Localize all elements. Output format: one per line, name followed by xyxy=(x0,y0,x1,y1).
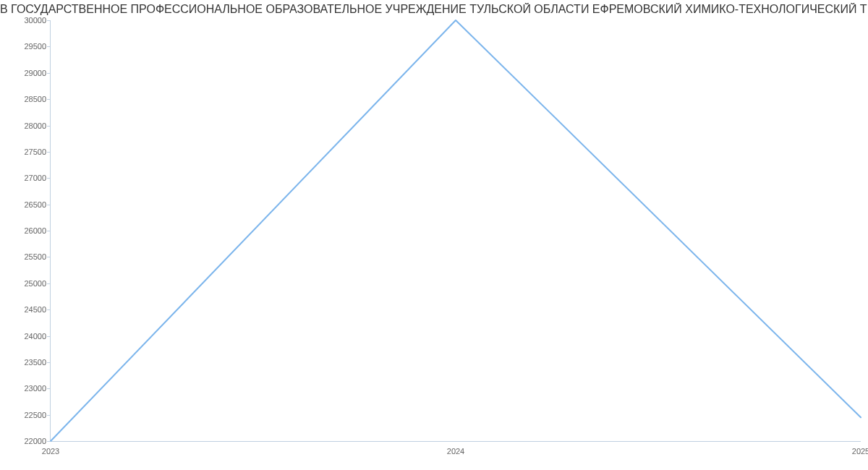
line-layer xyxy=(51,20,861,441)
y-tick-label: 29500 xyxy=(6,42,46,51)
x-tick-label: 2023 xyxy=(42,447,59,456)
y-tick-label: 26000 xyxy=(6,226,46,235)
y-tick-mark xyxy=(47,231,51,231)
x-tick-label: 2025 xyxy=(852,447,868,456)
x-tick-label: 2024 xyxy=(447,447,464,456)
y-tick-label: 22000 xyxy=(6,437,46,445)
y-tick-label: 24500 xyxy=(6,305,46,314)
y-tick-mark xyxy=(47,336,51,337)
x-axis-line xyxy=(51,441,861,442)
y-tick-mark xyxy=(47,152,51,153)
y-tick-label: 30000 xyxy=(6,16,46,25)
y-tick-mark xyxy=(47,388,51,389)
y-tick-mark xyxy=(47,257,51,257)
y-tick-mark xyxy=(47,126,51,127)
y-tick-mark xyxy=(47,283,51,284)
y-tick-label: 25500 xyxy=(6,252,46,261)
y-tick-mark xyxy=(47,178,51,179)
chart-container: В ГОСУДАРСТВЕННОЕ ПРОФЕССИОНАЛЬНОЕ ОБРАЗ… xyxy=(0,0,868,470)
y-tick-label: 29000 xyxy=(6,69,46,77)
y-tick-label: 26500 xyxy=(6,200,46,209)
y-tick-label: 28000 xyxy=(6,121,46,130)
y-tick-label: 22500 xyxy=(6,411,46,419)
y-tick-label: 24000 xyxy=(6,332,46,341)
y-tick-label: 23000 xyxy=(6,384,46,393)
y-tick-label: 27500 xyxy=(6,148,46,156)
y-tick-label: 23500 xyxy=(6,358,46,367)
chart-title: В ГОСУДАРСТВЕННОЕ ПРОФЕССИОНАЛЬНОЕ ОБРАЗ… xyxy=(0,3,868,16)
y-tick-mark xyxy=(47,99,51,100)
y-tick-label: 27000 xyxy=(6,174,46,182)
y-tick-mark xyxy=(47,415,51,416)
y-tick-mark xyxy=(47,441,51,442)
y-tick-mark xyxy=(47,205,51,205)
data-line xyxy=(51,20,861,441)
y-tick-mark xyxy=(47,362,51,363)
y-tick-mark xyxy=(47,309,51,310)
y-tick-mark xyxy=(47,20,51,21)
y-tick-label: 28500 xyxy=(6,95,46,103)
y-tick-mark xyxy=(47,46,51,47)
plot-area xyxy=(51,20,861,441)
y-tick-mark xyxy=(47,73,51,74)
y-tick-label: 25000 xyxy=(6,279,46,288)
